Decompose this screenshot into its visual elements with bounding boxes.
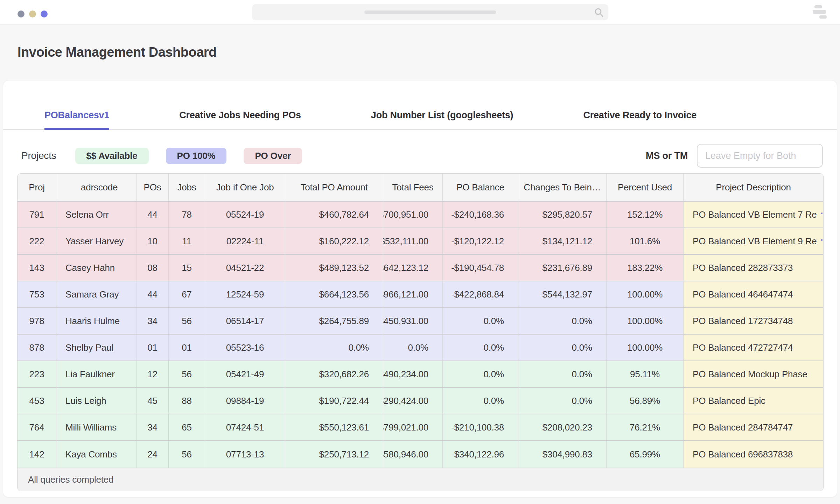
project-description-cell: PO Balanced 284784747 <box>684 414 823 440</box>
cell-adrscode: Lia Faulkner <box>56 361 136 387</box>
cell-changes-to-being: $295,820.57 <box>518 202 607 227</box>
cell-value: PO Balanced Mockup Phase <box>693 369 807 380</box>
cell-value: 04521-22 <box>226 262 264 273</box>
column-header-job-if-one-job[interactable]: Job if One Job <box>205 174 285 201</box>
cell-value: PO Balanced Epic <box>693 396 765 406</box>
cell-value: 0.0% <box>349 342 369 353</box>
cell-value: 05524-19 <box>226 209 264 220</box>
window-menu-icon[interactable] <box>812 5 828 20</box>
project-description-cell: PO Balanced 282873373 <box>684 255 823 281</box>
cell-jobs: 11 <box>169 228 205 254</box>
table-row[interactable]: 764Milli Williams346507424-51$550,123.61… <box>18 414 823 441</box>
cell-adrscode: Kaya Combs <box>56 441 136 468</box>
cell-total-po-amount: $320,682.26 <box>285 361 383 387</box>
cell-percent-used: 100.00% <box>607 335 684 360</box>
cell-value: 05421-49 <box>226 369 264 380</box>
column-header-pos[interactable]: POs <box>136 174 169 201</box>
cell-total-po-amount: $264,755.89 <box>285 308 383 334</box>
cell-job-if-one-job: 12524-59 <box>205 281 285 307</box>
cell-po-balance: 0.0% <box>443 335 518 360</box>
column-header-adrscode[interactable]: adrscode <box>56 174 136 201</box>
cell-total-po-amount: $190,722.44 <box>285 388 383 414</box>
cell-value: Haaris Hulme <box>65 316 120 327</box>
project-description-cell: PO Balanced 464647474 <box>684 281 823 307</box>
filter-row: Projects $$ Available PO 100% PO Over MS… <box>17 144 823 168</box>
cell-value: 100.00% <box>627 289 663 300</box>
column-header-percent-used[interactable]: Percent Used <box>607 174 684 201</box>
column-header-total-po-amount[interactable]: Total PO Amount <box>285 174 383 201</box>
filter-chip-po-100[interactable]: PO 100% <box>166 148 227 164</box>
column-header-total-fees[interactable]: Total Fees <box>383 174 443 201</box>
table-row[interactable]: 978Haaris Hulme345606514-17$264,755.89$4… <box>18 308 823 335</box>
cell-pos: 34 <box>136 414 169 440</box>
column-header-po-balance[interactable]: PO Balance <box>443 174 518 201</box>
menu-bar-icon <box>813 10 826 14</box>
truncated-more-icon[interactable]: ⋯ <box>820 208 823 219</box>
menu-bar-icon <box>814 5 822 8</box>
tab-pobalancesv1[interactable]: POBalancesv1 <box>44 110 109 129</box>
filter-chip-available[interactable]: $$ Available <box>75 148 149 164</box>
column-header-jobs[interactable]: Jobs <box>169 174 205 201</box>
table-row[interactable]: 791Selena Orr447805524-19$460,782.64$700… <box>18 202 823 228</box>
cell-value: 06514-17 <box>226 316 264 327</box>
cell-total-po-amount: 0.0% <box>285 335 383 360</box>
cell-adrscode: Haaris Hulme <box>56 308 136 334</box>
cell-value: 78 <box>182 209 192 220</box>
cell-value: $320,682.26 <box>319 369 369 380</box>
cell-percent-used: 100.00% <box>607 281 684 307</box>
cell-value: Casey Hahn <box>65 262 115 273</box>
truncated-more-icon[interactable]: ⋯ <box>820 234 823 245</box>
table-row[interactable]: 223Lia Faulkner125605421-49$320,682.26$4… <box>18 361 823 388</box>
search-bar[interactable] <box>252 4 608 20</box>
tab-creative-jobs-needing-pos[interactable]: Creative Jobs Needing POs <box>179 110 301 129</box>
cell-jobs: 56 <box>169 308 205 334</box>
column-header-project-description[interactable]: Project Description <box>684 174 823 201</box>
cell-po-balance: -$120,122.12 <box>443 228 518 254</box>
table-row[interactable]: 753Samara Gray446712524-59$664,123.56$96… <box>18 281 823 308</box>
cell-proj: 753 <box>18 281 56 307</box>
cell-value: Luis Leigh <box>65 396 106 406</box>
cell-job-if-one-job: 04521-22 <box>205 255 285 281</box>
ms-or-tm-input[interactable] <box>697 144 823 168</box>
cell-percent-used: 56.89% <box>607 388 684 414</box>
cell-value: 0.0% <box>572 316 592 327</box>
cell-value: $460,782.64 <box>319 209 369 220</box>
window-control-dot-gray[interactable] <box>18 10 24 18</box>
table-row[interactable]: 453Luis Leigh458809884-19$190,722.44$290… <box>18 388 823 414</box>
tab-creative-ready-to-invoice[interactable]: Creative Ready to Invoice <box>583 110 696 129</box>
cell-value: 0.0% <box>484 396 504 406</box>
table-body: 791Selena Orr447805524-19$460,782.64$700… <box>18 202 823 468</box>
cell-value: $231,676.89 <box>542 262 592 273</box>
cell-value: $489,123.52 <box>319 262 369 273</box>
cell-value: $664,123.56 <box>319 289 369 300</box>
search-icon[interactable] <box>594 7 604 18</box>
filter-chip-po-over[interactable]: PO Over <box>244 148 302 164</box>
cell-changes-to-being: 0.0% <box>518 388 607 414</box>
cell-value: 95.11% <box>630 369 660 380</box>
table-header-row: ProjadrscodePOsJobsJob if One JobTotal P… <box>18 174 823 202</box>
tab-job-number-list[interactable]: Job Number List (googlesheets) <box>371 110 513 129</box>
project-description-cell: PO Balanced 696837838 <box>684 441 823 468</box>
window-control-dot-purple[interactable] <box>41 10 48 18</box>
column-header-proj[interactable]: Proj <box>18 174 56 201</box>
page-title: Invoice Management Dashboard <box>18 45 840 60</box>
cell-total-fees: $532,111.00 <box>383 228 443 254</box>
cell-value: Milli Williams <box>65 422 117 433</box>
cell-job-if-one-job: 06514-17 <box>205 308 285 334</box>
cell-proj: 791 <box>18 202 56 227</box>
table-row[interactable]: 143Casey Hahn081504521-22$489,123.52$642… <box>18 255 823 281</box>
cell-value: $550,123.61 <box>319 422 369 433</box>
cell-value: 01 <box>147 342 158 353</box>
cell-total-po-amount: $460,782.64 <box>285 202 383 227</box>
table-row[interactable]: 142Kaya Combs245607713-13$250,713.12$580… <box>18 441 823 468</box>
table-row[interactable]: 878Shelby Paul010105523-160.0%0.0%0.0%0.… <box>18 335 823 361</box>
table-row[interactable]: 222Yasser Harvey101102224-11$160,222.12$… <box>18 228 823 255</box>
cell-percent-used: 65.99% <box>607 441 684 468</box>
cell-total-po-amount: $664,123.56 <box>285 281 383 307</box>
cell-value: 76.21% <box>630 422 660 433</box>
cell-value: 878 <box>29 342 44 353</box>
column-header-changes-to-being[interactable]: Changes To Bein… <box>518 174 607 201</box>
cell-value: $290,424.00 <box>383 396 428 406</box>
window-control-dot-tan[interactable] <box>29 10 36 18</box>
projects-label: Projects <box>21 150 56 161</box>
